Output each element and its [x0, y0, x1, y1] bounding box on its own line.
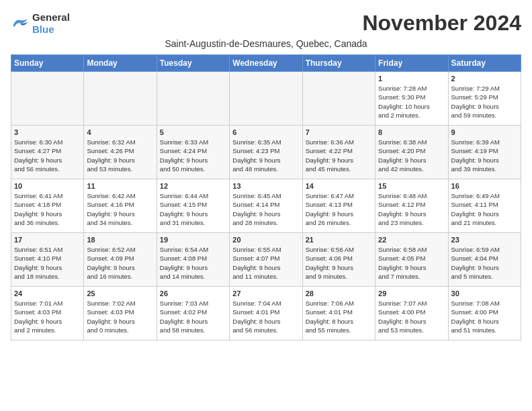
- day-number: 15: [378, 182, 445, 190]
- calendar-cell: 1Sunrise: 7:28 AMSunset: 5:30 PMDaylight…: [375, 72, 448, 126]
- calendar-cell: 19Sunrise: 6:54 AMSunset: 4:08 PMDayligh…: [157, 233, 229, 287]
- day-info: Sunrise: 6:58 AMSunset: 4:05 PMDaylight:…: [378, 245, 445, 281]
- day-number: 28: [306, 289, 372, 298]
- calendar-table: SundayMondayTuesdayWednesdayThursdayFrid…: [11, 54, 521, 340]
- day-info: Sunrise: 6:33 AMSunset: 4:24 PMDaylight:…: [160, 138, 226, 173]
- day-number: 4: [87, 128, 153, 136]
- weekday-header-wednesday: Wednesday: [230, 55, 302, 72]
- calendar-cell: 2Sunrise: 7:29 AMSunset: 5:29 PMDaylight…: [448, 72, 521, 126]
- calendar-cell: 14Sunrise: 6:47 AMSunset: 4:13 PMDayligh…: [302, 179, 375, 233]
- logo-text: General Blue: [32, 11, 70, 36]
- day-info: Sunrise: 6:59 AMSunset: 4:04 PMDaylight:…: [451, 245, 518, 281]
- weekday-header-row: SundayMondayTuesdayWednesdayThursdayFrid…: [11, 55, 521, 72]
- day-number: 2: [451, 75, 518, 83]
- day-number: 16: [451, 182, 518, 190]
- day-number: 14: [306, 182, 372, 190]
- calendar-cell: 10Sunrise: 6:41 AMSunset: 4:18 PMDayligh…: [11, 179, 84, 233]
- week-row-4: 17Sunrise: 6:51 AMSunset: 4:10 PMDayligh…: [11, 233, 521, 287]
- calendar-cell: 4Sunrise: 6:32 AMSunset: 4:26 PMDaylight…: [84, 126, 157, 179]
- calendar-cell: 27Sunrise: 7:04 AMSunset: 4:01 PMDayligh…: [230, 287, 302, 340]
- day-number: 5: [160, 128, 226, 136]
- weekday-header-friday: Friday: [375, 55, 448, 72]
- calendar-cell: 23Sunrise: 6:59 AMSunset: 4:04 PMDayligh…: [448, 233, 521, 287]
- week-row-2: 3Sunrise: 6:30 AMSunset: 4:27 PMDaylight…: [11, 126, 521, 179]
- day-number: 30: [451, 289, 518, 298]
- day-info: Sunrise: 6:42 AMSunset: 4:16 PMDaylight:…: [87, 191, 153, 227]
- calendar-cell: 3Sunrise: 6:30 AMSunset: 4:27 PMDaylight…: [11, 126, 84, 179]
- day-info: Sunrise: 7:06 AMSunset: 4:01 PMDaylight:…: [306, 299, 372, 334]
- day-info: Sunrise: 6:55 AMSunset: 4:07 PMDaylight:…: [232, 245, 299, 281]
- calendar-cell: 12Sunrise: 6:44 AMSunset: 4:15 PMDayligh…: [157, 179, 229, 233]
- subtitle: Saint-Augustin-de-Desmaures, Quebec, Can…: [11, 38, 521, 49]
- day-number: 17: [14, 236, 81, 244]
- calendar-cell: 15Sunrise: 6:48 AMSunset: 4:12 PMDayligh…: [375, 179, 448, 233]
- day-info: Sunrise: 6:45 AMSunset: 4:14 PMDaylight:…: [232, 191, 299, 227]
- day-info: Sunrise: 6:32 AMSunset: 4:26 PMDaylight:…: [87, 138, 153, 173]
- day-number: 25: [87, 289, 153, 298]
- day-number: 27: [232, 289, 299, 298]
- day-number: 9: [451, 128, 518, 136]
- day-info: Sunrise: 6:39 AMSunset: 4:19 PMDaylight:…: [451, 138, 518, 173]
- day-info: Sunrise: 6:51 AMSunset: 4:10 PMDaylight:…: [14, 245, 81, 281]
- calendar-cell: [157, 72, 229, 126]
- week-row-3: 10Sunrise: 6:41 AMSunset: 4:18 PMDayligh…: [11, 179, 521, 233]
- day-number: 29: [378, 289, 445, 298]
- calendar-cell: 26Sunrise: 7:03 AMSunset: 4:02 PMDayligh…: [157, 287, 229, 340]
- calendar-cell: 20Sunrise: 6:55 AMSunset: 4:07 PMDayligh…: [230, 233, 302, 287]
- weekday-header-thursday: Thursday: [302, 55, 375, 72]
- day-info: Sunrise: 6:47 AMSunset: 4:13 PMDaylight:…: [306, 191, 372, 227]
- week-row-5: 24Sunrise: 7:01 AMSunset: 4:03 PMDayligh…: [11, 287, 521, 340]
- calendar-cell: [230, 72, 302, 126]
- day-info: Sunrise: 7:03 AMSunset: 4:02 PMDaylight:…: [160, 299, 226, 334]
- day-info: Sunrise: 7:08 AMSunset: 4:00 PMDaylight:…: [451, 299, 518, 334]
- weekday-header-tuesday: Tuesday: [157, 55, 229, 72]
- day-number: 11: [87, 182, 153, 190]
- day-info: Sunrise: 7:02 AMSunset: 4:03 PMDaylight:…: [87, 299, 153, 334]
- calendar-cell: 13Sunrise: 6:45 AMSunset: 4:14 PMDayligh…: [230, 179, 302, 233]
- calendar-cell: 11Sunrise: 6:42 AMSunset: 4:16 PMDayligh…: [84, 179, 157, 233]
- day-info: Sunrise: 7:07 AMSunset: 4:00 PMDaylight:…: [378, 299, 445, 334]
- day-number: 3: [14, 128, 81, 136]
- calendar-cell: 8Sunrise: 6:38 AMSunset: 4:20 PMDaylight…: [375, 126, 448, 179]
- calendar-cell: 7Sunrise: 6:36 AMSunset: 4:22 PMDaylight…: [302, 126, 375, 179]
- day-number: 23: [451, 236, 518, 244]
- calendar-cell: 6Sunrise: 6:35 AMSunset: 4:23 PMDaylight…: [230, 126, 302, 179]
- day-number: 7: [306, 128, 372, 136]
- day-number: 20: [232, 236, 299, 244]
- day-number: 22: [378, 236, 445, 244]
- logo: General Blue: [11, 11, 70, 36]
- logo-bird-icon: [11, 16, 30, 31]
- weekday-header-monday: Monday: [84, 55, 157, 72]
- logo-blue: Blue: [32, 24, 54, 35]
- week-row-1: 1Sunrise: 7:28 AMSunset: 5:30 PMDaylight…: [11, 72, 521, 126]
- calendar-cell: [11, 72, 84, 126]
- day-number: 8: [378, 128, 445, 136]
- day-number: 18: [87, 236, 153, 244]
- calendar-cell: 25Sunrise: 7:02 AMSunset: 4:03 PMDayligh…: [84, 287, 157, 340]
- calendar-cell: 18Sunrise: 6:52 AMSunset: 4:09 PMDayligh…: [84, 233, 157, 287]
- calendar-cell: 24Sunrise: 7:01 AMSunset: 4:03 PMDayligh…: [11, 287, 84, 340]
- day-number: 6: [232, 128, 299, 136]
- day-info: Sunrise: 6:35 AMSunset: 4:23 PMDaylight:…: [232, 138, 299, 173]
- calendar-cell: 29Sunrise: 7:07 AMSunset: 4:00 PMDayligh…: [375, 287, 448, 340]
- calendar-cell: 5Sunrise: 6:33 AMSunset: 4:24 PMDaylight…: [157, 126, 229, 179]
- day-info: Sunrise: 6:48 AMSunset: 4:12 PMDaylight:…: [378, 191, 445, 227]
- day-info: Sunrise: 7:01 AMSunset: 4:03 PMDaylight:…: [14, 299, 81, 334]
- day-info: Sunrise: 6:30 AMSunset: 4:27 PMDaylight:…: [14, 138, 81, 173]
- day-number: 10: [14, 182, 81, 190]
- calendar-cell: 30Sunrise: 7:08 AMSunset: 4:00 PMDayligh…: [448, 287, 521, 340]
- header: General Blue November 2024: [11, 11, 521, 36]
- day-number: 1: [378, 75, 445, 83]
- day-info: Sunrise: 6:41 AMSunset: 4:18 PMDaylight:…: [14, 191, 81, 227]
- calendar-cell: [84, 72, 157, 126]
- calendar-cell: 16Sunrise: 6:49 AMSunset: 4:11 PMDayligh…: [448, 179, 521, 233]
- day-number: 12: [160, 182, 226, 190]
- day-info: Sunrise: 6:52 AMSunset: 4:09 PMDaylight:…: [87, 245, 153, 281]
- day-number: 24: [14, 289, 81, 298]
- day-info: Sunrise: 7:28 AMSunset: 5:30 PMDaylight:…: [378, 84, 445, 120]
- day-info: Sunrise: 6:49 AMSunset: 4:11 PMDaylight:…: [451, 191, 518, 227]
- month-title: November 2024: [362, 11, 521, 36]
- weekday-header-saturday: Saturday: [448, 55, 521, 72]
- day-info: Sunrise: 6:36 AMSunset: 4:22 PMDaylight:…: [306, 138, 372, 173]
- calendar-cell: [302, 72, 375, 126]
